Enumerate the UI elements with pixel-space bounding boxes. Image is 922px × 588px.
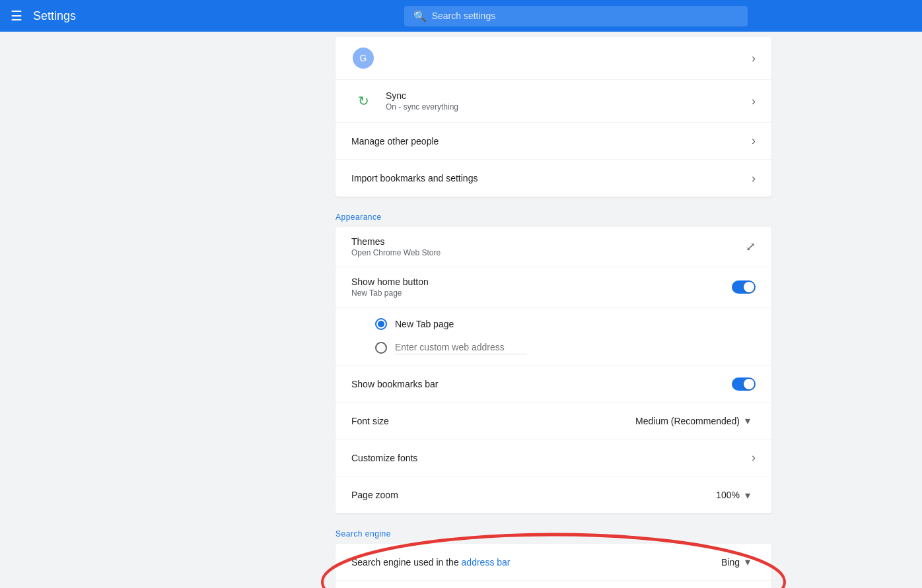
import-bookmarks-chevron: › bbox=[752, 172, 756, 185]
main-content: G › ↻ Sync On - sync everything › Man bbox=[0, 32, 922, 588]
home-button-options: New Tab page bbox=[336, 308, 771, 366]
customize-fonts-label: Customize fonts bbox=[351, 453, 752, 463]
search-engine-used-label: Search engine used in the address bar bbox=[351, 557, 721, 568]
menu-icon[interactable]: ☰ bbox=[11, 8, 22, 24]
themes-sublabel: Open Chrome Web Store bbox=[351, 248, 746, 257]
appearance-heading: Appearance bbox=[336, 202, 771, 227]
import-bookmarks-label: Import bookmarks and settings bbox=[351, 173, 752, 183]
custom-url-input[interactable] bbox=[395, 341, 527, 354]
account-chevron: › bbox=[752, 51, 756, 65]
manage-search-engines-row[interactable]: Manage search engines › bbox=[336, 581, 771, 588]
new-tab-label: New Tab page bbox=[395, 319, 454, 329]
avatar: G bbox=[351, 46, 375, 70]
customize-fonts-chevron: › bbox=[752, 451, 756, 465]
external-link-icon: ⤢ bbox=[746, 240, 756, 254]
sync-sublabel: On - sync everything bbox=[386, 102, 752, 112]
show-home-button-label: Show home button bbox=[351, 277, 732, 287]
page-zoom-label: Page zoom bbox=[351, 490, 716, 500]
people-card: G › ↻ Sync On - sync everything › Man bbox=[336, 37, 771, 197]
font-size-arrow: ▾ bbox=[745, 414, 750, 427]
manage-people-row[interactable]: Manage other people › bbox=[336, 123, 771, 160]
page-zoom-value: 100% bbox=[716, 490, 740, 500]
themes-row[interactable]: Themes Open Chrome Web Store ⤢ bbox=[336, 227, 771, 267]
topbar: ☰ Settings 🔍 bbox=[0, 0, 922, 32]
show-bookmarks-label: Show bookmarks bar bbox=[351, 379, 732, 389]
account-row[interactable]: G › bbox=[336, 37, 771, 80]
search-engine-value: Bing bbox=[721, 557, 740, 568]
font-size-row[interactable]: Font size Medium (Recommended) ▾ bbox=[336, 403, 771, 440]
search-engine-dropdown[interactable]: Bing ▾ bbox=[721, 556, 756, 568]
appearance-card: Themes Open Chrome Web Store ⤢ Show home… bbox=[336, 227, 771, 513]
search-bar[interactable]: 🔍 bbox=[404, 6, 748, 26]
search-engine-used-row[interactable]: Search engine used in the address bar Bi… bbox=[336, 544, 771, 581]
show-home-button-toggle[interactable] bbox=[732, 280, 756, 294]
page-zoom-dropdown[interactable]: 100% ▾ bbox=[716, 489, 756, 502]
import-bookmarks-row[interactable]: Import bookmarks and settings › bbox=[336, 160, 771, 197]
new-tab-radio-row[interactable]: New Tab page bbox=[375, 313, 756, 335]
search-engine-arrow: ▾ bbox=[745, 556, 750, 568]
themes-label: Themes bbox=[351, 236, 746, 247]
customize-fonts-row[interactable]: Customize fonts › bbox=[336, 440, 771, 476]
search-engine-card: Search engine used in the address bar Bi… bbox=[336, 544, 771, 588]
manage-people-label: Manage other people bbox=[351, 136, 752, 147]
show-home-button-row[interactable]: Show home button New Tab page bbox=[336, 267, 771, 308]
settings-content: G › ↻ Sync On - sync everything › Man bbox=[336, 32, 771, 588]
custom-url-radio-row[interactable] bbox=[375, 335, 756, 360]
settings-title: Settings bbox=[33, 9, 76, 23]
custom-url-radio[interactable] bbox=[375, 342, 387, 354]
font-size-value: Medium (Recommended) bbox=[635, 416, 740, 426]
font-size-dropdown[interactable]: Medium (Recommended) ▾ bbox=[635, 414, 756, 427]
font-size-label: Font size bbox=[351, 416, 635, 426]
page-zoom-arrow: ▾ bbox=[745, 489, 750, 502]
show-bookmarks-toggle[interactable] bbox=[732, 377, 756, 391]
search-icon: 🔍 bbox=[413, 10, 427, 22]
show-bookmarks-row[interactable]: Show bookmarks bar bbox=[336, 366, 771, 403]
sync-row[interactable]: ↻ Sync On - sync everything › bbox=[336, 80, 771, 123]
sync-label: Sync bbox=[386, 90, 752, 101]
address-bar-link[interactable]: address bar bbox=[462, 557, 511, 568]
search-engine-section: Search engine used in the address bar Bi… bbox=[336, 544, 771, 588]
page-zoom-row[interactable]: Page zoom 100% ▾ bbox=[336, 476, 771, 513]
new-tab-radio[interactable] bbox=[375, 318, 387, 330]
sync-chevron: › bbox=[752, 94, 756, 108]
sync-icon: ↻ bbox=[351, 89, 375, 113]
manage-people-chevron: › bbox=[752, 134, 756, 148]
show-home-button-sublabel: New Tab page bbox=[351, 288, 732, 298]
search-input[interactable] bbox=[432, 11, 738, 21]
search-engine-heading: Search engine bbox=[336, 519, 771, 544]
